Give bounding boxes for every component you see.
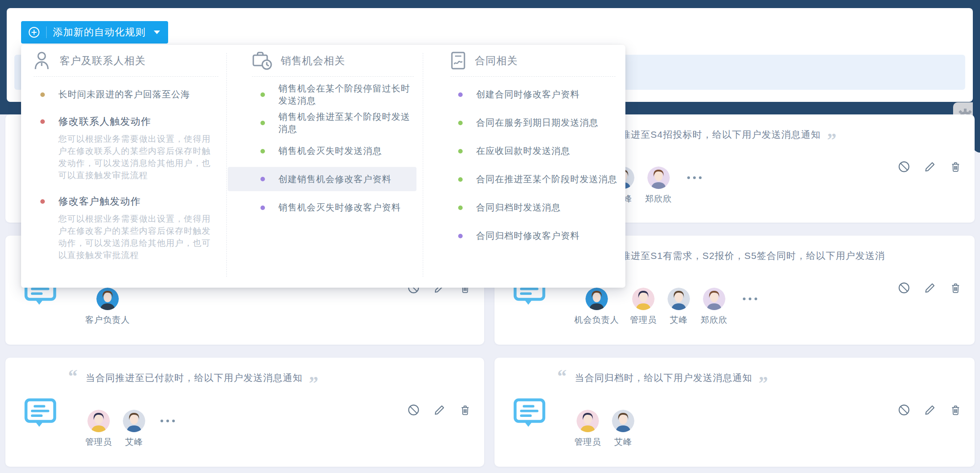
avatar — [612, 410, 634, 432]
item-dot — [260, 121, 265, 125]
rule-quote-text: 当合同归档时，给以下用户发送消息通知 — [575, 368, 752, 384]
disable-button[interactable] — [408, 404, 420, 416]
delete-button[interactable] — [460, 404, 471, 416]
caret-down-icon — [154, 31, 160, 34]
disable-button[interactable] — [898, 404, 910, 416]
edit-button[interactable] — [924, 282, 936, 293]
item-dot — [458, 149, 463, 153]
ban-icon — [898, 282, 910, 294]
pencil-icon — [924, 161, 936, 172]
delete-button[interactable] — [950, 282, 961, 293]
delete-button[interactable] — [950, 161, 961, 172]
dropdown-column-title: 合同相关 — [475, 54, 518, 68]
item-dot — [458, 177, 463, 182]
recipient-name: 郑欣欣 — [645, 193, 672, 205]
recipient-name: 管理员 — [574, 436, 601, 448]
edit-button[interactable] — [924, 161, 936, 172]
dropdown-item[interactable]: 创建销售机会修改客户资料 — [228, 167, 416, 191]
recipient: 艾峰 — [123, 410, 145, 448]
disable-button[interactable] — [898, 161, 910, 173]
rule-quote: “当合同推进至已付款时，给以下用户发送消息通知” — [68, 368, 471, 386]
more-recipients-ellipsis[interactable] — [687, 166, 702, 189]
contract-icon — [451, 51, 466, 70]
ban-icon — [898, 161, 910, 173]
card-actions — [898, 282, 961, 294]
dropdown-item[interactable]: 合同在服务到期日期发送消息 — [458, 109, 617, 137]
avatar — [647, 166, 670, 189]
automation-rule-dropdown: 客户及联系人相关长时间未跟进的客户回落至公海修改联系人触发动作您可以根据业务需要… — [21, 45, 625, 288]
dropdown-item[interactable]: 销售机会灭失时发送消息 — [260, 137, 416, 165]
dropdown-item-rich[interactable]: 修改客户触发动作您可以根据业务需要做出设置，使得用户在修改客户的某些内容后保存时… — [40, 195, 216, 261]
dropdown-item-label: 创建合同时修改客户资料 — [476, 88, 580, 101]
dropdown-item-label: 修改客户触发动作 — [58, 195, 141, 208]
dropdown-item[interactable]: 合同归档时发送消息 — [458, 193, 617, 222]
close-quote-mark: ” — [309, 374, 318, 393]
recipient-list: 客户负责人 — [85, 288, 130, 326]
person-icon — [34, 51, 50, 70]
recipient: 客户负责人 — [85, 288, 130, 326]
dropdown-column-title: 销售机会相关 — [281, 54, 345, 68]
trash-icon — [950, 161, 961, 172]
avatar — [632, 288, 655, 310]
avatar — [123, 410, 145, 432]
recipient: 艾峰 — [612, 410, 634, 448]
dropdown-item[interactable]: 在应收回款时发送消息 — [458, 137, 617, 165]
dropdown-column-header: 销售机会相关 — [252, 45, 414, 77]
dropdown-item-description: 您可以根据业务需要做出设置，使得用户在修改客户的某些内容后保存时触发动作，可以发… — [58, 213, 213, 261]
more-recipients-ellipsis[interactable] — [743, 288, 757, 310]
dropdown-item[interactable]: 销售机会在某个阶段停留过长时发送消息 — [260, 80, 416, 109]
add-rule-button[interactable]: 添加新的自动化规则 — [21, 21, 168, 44]
dropdown-column-header: 客户及联系人相关 — [34, 45, 218, 77]
recipient-name: 艾峰 — [125, 436, 143, 448]
edit-button[interactable] — [924, 404, 936, 416]
card-actions — [898, 404, 961, 416]
dropdown-item[interactable]: 销售机会灭失时修改客户资料 — [260, 193, 416, 222]
more-recipients-ellipsis[interactable] — [160, 410, 175, 432]
dropdown-item[interactable]: 长时间未跟进的客户回落至公海 — [40, 80, 216, 109]
avatar — [703, 288, 725, 310]
button-divider — [46, 26, 47, 38]
dropdown-item-label: 合同归档时修改客户资料 — [476, 230, 580, 242]
dropdown-item-label: 销售机会灭失时修改客户资料 — [278, 201, 401, 214]
dropdown-column-3: 合同相关创建合同时修改客户资料合同在服务到期日期发送消息在应收回款时发送消息合同… — [423, 45, 625, 288]
dropdown-item-label: 合同在推进至某个阶段时发送消息 — [476, 173, 617, 185]
dropdown-column-title: 客户及联系人相关 — [60, 54, 146, 68]
recipient-list: 机会负责人管理员艾峰郑欣欣 — [574, 288, 757, 326]
dropdown-column-2: 销售机会相关销售机会在某个阶段停留过长时发送消息销售机会推进至某个阶段时发送消息… — [226, 45, 423, 288]
rule-card: “当合同推进至已付款时，给以下用户发送消息通知”管理员艾峰 — [5, 358, 484, 467]
recipient: 艾峰 — [668, 288, 690, 326]
recipient-name: 管理员 — [630, 314, 657, 326]
dropdown-item[interactable]: 销售机会推进至某个阶段时发送消息 — [260, 109, 416, 137]
ban-icon — [898, 404, 910, 416]
rule-quote: “当合同归档时，给以下用户发送消息通知” — [557, 368, 961, 386]
recipient-name: 管理员 — [85, 436, 112, 448]
dropdown-item-rich[interactable]: 修改联系人触发动作您可以根据业务需要做出设置，使得用户在修改联系人的某些内容后保… — [40, 115, 216, 181]
trash-icon — [950, 282, 961, 293]
recipient-name: 艾峰 — [670, 314, 688, 326]
rule-quote: 推进至S1有需求，S2报价，S5签合同时，给以下用户发送消 — [621, 245, 961, 262]
item-dot — [458, 206, 463, 210]
avatar — [577, 410, 599, 432]
edit-button[interactable] — [434, 404, 445, 416]
recipient-list: 管理员艾峰 — [85, 410, 175, 448]
dropdown-item-list: 创建合同时修改客户资料合同在服务到期日期发送消息在应收回款时发送消息合同在推进至… — [423, 77, 625, 250]
close-quote-mark: ” — [759, 374, 768, 393]
dropdown-item-list: 长时间未跟进的客户回落至公海修改联系人触发动作您可以根据业务需要做出设置，使得用… — [21, 77, 226, 261]
dropdown-item[interactable]: 合同在推进至某个阶段时发送消息 — [458, 165, 617, 193]
dropdown-item-label: 销售机会推进至某个阶段时发送消息 — [278, 111, 416, 135]
item-dot — [40, 119, 45, 124]
recipient-name: 艾峰 — [614, 436, 632, 448]
pencil-icon — [924, 404, 936, 416]
recipient: 郑欣欣 — [645, 166, 672, 205]
dropdown-column-header: 合同相关 — [451, 45, 616, 77]
close-quote-mark: ” — [827, 131, 837, 149]
avatar — [96, 288, 119, 310]
recipient-list: 管理员艾峰 — [574, 410, 634, 448]
delete-button[interactable] — [950, 404, 961, 416]
avatar — [668, 288, 690, 310]
disable-button[interactable] — [898, 282, 910, 294]
dropdown-item[interactable]: 创建合同时修改客户资料 — [458, 80, 617, 109]
dropdown-item[interactable]: 合同归档时修改客户资料 — [458, 222, 617, 250]
dropdown-item-list: 销售机会在某个阶段停留过长时发送消息销售机会推进至某个阶段时发送消息销售机会灭失… — [226, 77, 423, 222]
dropdown-column-1: 客户及联系人相关长时间未跟进的客户回落至公海修改联系人触发动作您可以根据业务需要… — [21, 45, 226, 288]
